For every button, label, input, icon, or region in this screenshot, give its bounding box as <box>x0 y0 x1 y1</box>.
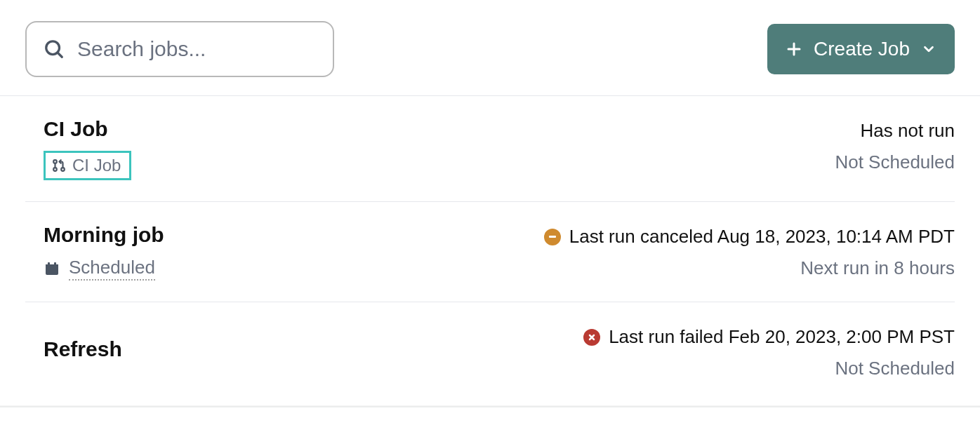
page-bottom-border <box>0 406 980 407</box>
status-primary-text: Last run canceled Aug 18, 2023, 10:14 AM… <box>569 226 955 248</box>
job-title: Refresh <box>44 337 122 361</box>
svg-rect-10 <box>48 262 50 266</box>
job-title: Morning job <box>44 223 164 247</box>
scheduled-badge[interactable]: Scheduled <box>44 257 164 281</box>
status-primary-text: Last run failed Feb 20, 2023, 2:00 PM PS… <box>609 326 955 348</box>
ci-badge-label: CI Job <box>72 156 121 175</box>
job-status-primary: Last run canceled Aug 18, 2023, 10:14 AM… <box>544 226 955 248</box>
job-status-secondary: Next run in 8 hours <box>800 257 955 279</box>
job-row[interactable]: Morning job Scheduled Last run canceled … <box>25 202 955 302</box>
create-job-label: Create Job <box>814 38 910 60</box>
svg-line-1 <box>58 53 62 57</box>
job-right: Has not run Not Scheduled <box>835 117 955 173</box>
svg-rect-9 <box>46 264 58 267</box>
job-status-primary: Has not run <box>861 120 955 142</box>
job-left: CI Job CI Job <box>44 117 131 180</box>
job-right: Last run failed Feb 20, 2023, 2:00 PM PS… <box>583 323 955 379</box>
search-input[interactable] <box>77 37 316 61</box>
pull-request-icon <box>51 158 67 173</box>
calendar-icon <box>44 260 60 277</box>
toolbar: Create Job <box>25 21 955 95</box>
canceled-icon <box>544 229 561 245</box>
svg-rect-11 <box>54 262 56 266</box>
job-status-secondary: Not Scheduled <box>835 358 955 379</box>
create-job-button[interactable]: Create Job <box>767 24 955 74</box>
plus-icon <box>786 41 802 58</box>
status-primary-text: Has not run <box>861 120 955 142</box>
search-field[interactable] <box>25 21 334 77</box>
job-right: Last run canceled Aug 18, 2023, 10:14 AM… <box>544 223 955 279</box>
job-left: Refresh <box>44 323 122 361</box>
job-row[interactable]: Refresh Last run failed Feb 20, 2023, 2:… <box>25 302 955 400</box>
job-row[interactable]: CI Job CI Job Has not run Not Scheduled <box>25 96 955 202</box>
job-title: CI Job <box>44 117 131 141</box>
job-status-primary: Last run failed Feb 20, 2023, 2:00 PM PS… <box>583 326 955 348</box>
chevron-down-icon <box>921 41 936 57</box>
ci-job-badge[interactable]: CI Job <box>44 151 131 180</box>
scheduled-label: Scheduled <box>69 257 155 281</box>
job-status-secondary: Not Scheduled <box>835 151 955 173</box>
failed-icon <box>583 329 600 346</box>
search-icon <box>44 39 65 60</box>
job-left: Morning job Scheduled <box>44 223 164 281</box>
